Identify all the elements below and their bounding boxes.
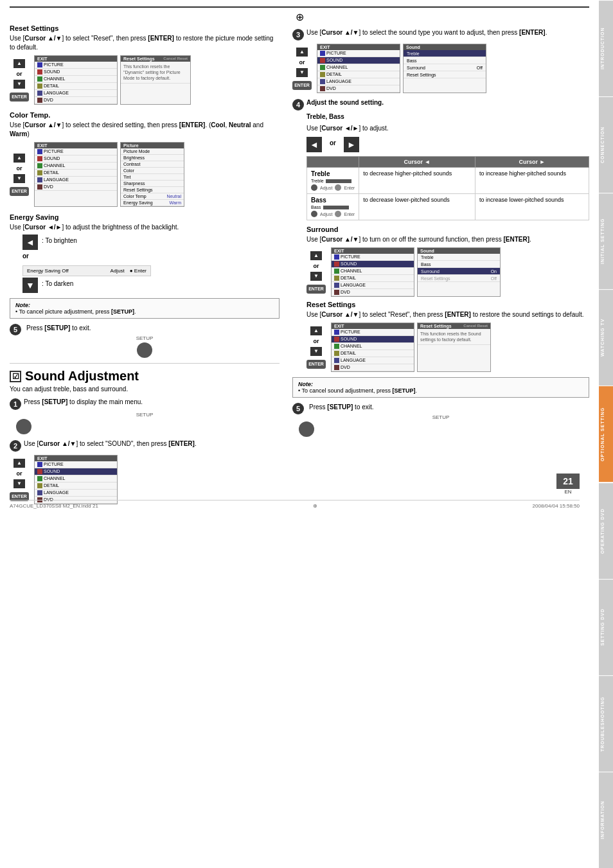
treble-mini-diagram: Treble (311, 179, 355, 183)
footer-left: A74GCUE_LD370SS8 M2_EN.indd 21 (10, 503, 98, 509)
right-step5-num: 5 (292, 403, 304, 414)
treble-bass-label: Treble, Bass (306, 112, 589, 121)
treble-left-cell: to decrease higher-pitched sounds (359, 168, 475, 194)
coltemp-right-menu: Picture Picture Mode Brightness Contrast… (120, 142, 184, 207)
r3-right-menu: Sound Treble Bass SurroundOff Reset Sett… (403, 44, 486, 93)
tab-watching-tv[interactable]: WATCHING TV (599, 289, 613, 385)
lr-arrows-diagram: ◄ or ► (306, 137, 589, 152)
tab-optional-setting[interactable]: OPTIONAL SETTING (599, 385, 613, 482)
reset-settings-title: Reset Settings (10, 24, 280, 32)
or-lr: or (330, 139, 336, 148)
reset-settings-right-diagram: ▲ or ▼ ENTER EXIT PICTURE SOUND CHANNEL … (306, 323, 589, 372)
footer-right: 2008/04/04 15:58:50 (533, 503, 580, 509)
setup-circle-r5 (299, 421, 314, 437)
tab-troubleshooting[interactable]: TROUBLESHOOTING (599, 675, 613, 772)
treble-enter-circle (335, 184, 341, 191)
bass-mini-diagram: Bass (311, 205, 355, 209)
main-content: ⊕ Reset Settings Use [Cursor ▲/▼] to sel… (0, 0, 599, 514)
treble-row: Treble Treble Adjust Enter (307, 168, 589, 194)
reset-settings-diagram: ▲ or ▼ ENTER EXIT PICTURE SOUND CHANNEL … (10, 55, 280, 105)
energy-bar-label: Energy Saving Off (27, 268, 69, 274)
enter-btn-r3: ENTER (292, 81, 312, 90)
color-temp-title: Color Temp. (10, 111, 280, 119)
side-tabs: INTRODUCTION CONNECTION INITIAL SETTING … (599, 0, 613, 868)
bass-row-header: Bass (311, 197, 355, 204)
bass-enter-circle (335, 211, 341, 217)
sound-step2-text: Use [Cursor ▲/▼] to select "SOUND", then… (24, 439, 197, 448)
or-es: or (22, 252, 29, 261)
checkbox-icon: ☑ (10, 371, 21, 382)
cursor-table: Cursor ◄ Cursor ► Treble Treble (306, 156, 589, 220)
note-box-left: Note: • To cancel picture adjustment, pr… (10, 298, 280, 319)
enter-btn-surr: ENTER (306, 285, 326, 294)
setup-label-r5: SETUP (292, 414, 589, 420)
up-arrow: ▲ (13, 59, 25, 68)
treble-bass-text: Use [Cursor ◄/►] to adjust. (306, 124, 589, 133)
right-step4: 4 Adjust the sound setting. (292, 98, 589, 111)
note-box-right: Note: • To cancel sound adjustment, pres… (292, 377, 589, 398)
tab-connection[interactable]: CONNECTION (599, 96, 613, 193)
bass-left-cell: to decrease lower-pitched sounds (359, 194, 475, 220)
adjust-label: Adjust (111, 268, 125, 274)
down-arrow: ▼ (13, 80, 25, 89)
top-disc-icon: ⊕ (10, 11, 589, 23)
tab-initial-setting[interactable]: INITIAL SETTING (599, 193, 613, 289)
treble-row-header: Treble (311, 170, 355, 177)
tab-introduction[interactable]: INTRODUCTION (599, 0, 613, 96)
down-arrow-r3: ▼ (296, 68, 308, 77)
bass-right-cell: to increase lower-pitched sounds (475, 194, 589, 220)
up-arrow-surr: ▲ (310, 251, 322, 260)
right-step3-num: 3 (292, 29, 304, 40)
step5-num: 5 (10, 324, 21, 335)
th-empty (307, 157, 359, 168)
enter-btn: ENTER (10, 93, 29, 102)
color-temp-body: Use [Cursor ▲/▼] to select the desired s… (10, 121, 280, 139)
right-step4-title: Adjust the sound setting. (306, 98, 384, 107)
note-text-left: • To cancel picture adjustment, press [S… (15, 308, 274, 315)
treble-adj-circle (311, 184, 317, 191)
energy-saving-title: Energy Saving (10, 213, 280, 221)
right-step3-diagram: ▲ or ▼ ENTER EXIT PICTURE SOUND CHANNEL … (292, 44, 589, 93)
setup-label-5: SETUP (10, 335, 280, 341)
left-column: Reset Settings Use [Cursor ▲/▼] to selec… (10, 24, 280, 508)
note-title-left: Note: (15, 302, 274, 308)
reset-settings-right-title: Reset Settings (306, 301, 589, 308)
enter-btn-ct: ENTER (10, 187, 29, 196)
tab-setting-dvd[interactable]: SETTING DVD (599, 579, 613, 675)
sound-adjustment-subtitle: You can adjust treble, bass and surround… (10, 385, 280, 394)
reset-settings-body: Use [Cursor ▲/▼] to select "Reset", then… (10, 34, 280, 52)
down-arrow-rsr: ▼ (310, 347, 322, 356)
surround-right-menu: Sound Treble Bass SurroundOn Reset Setti… (417, 247, 501, 297)
r3-left-menu: EXIT PICTURE SOUND CHANNEL DETAIL LANGUA… (317, 44, 400, 93)
bass-adj-circle (311, 211, 317, 217)
sound-step1-text: Press [SETUP] to display the main menu. (24, 398, 143, 407)
rsr-right-menu: Reset Settings Cancel Reset This functio… (417, 323, 491, 372)
surround-text: Use [Cursor ▲/▼] to turn on or off the s… (306, 235, 589, 244)
treble-adjust: Adjust (320, 186, 332, 190)
right-big-arrow: ► (344, 137, 359, 152)
page-number-box: 21 EN (556, 474, 580, 495)
sound-step1: 1 Press [SETUP] to display the main menu… (10, 398, 280, 410)
reset-settings-right-text: Use [Cursor ▲/▼] to select "Reset", then… (306, 310, 589, 319)
reset-right-menu: Reset Settings Cancel Reset This functio… (120, 55, 191, 105)
setup-circle-s1 (16, 419, 31, 434)
sound-step2-num: 2 (10, 440, 21, 452)
surround-left-menu: EXIT PICTURE SOUND CHANNEL DETAIL LANGUA… (331, 247, 414, 297)
up-arrow-r3: ▲ (296, 48, 308, 57)
bass-adjust: Adjust (320, 212, 332, 217)
right-step4-num: 4 (292, 99, 304, 111)
up-arrow-rsr: ▲ (310, 326, 322, 335)
step5-text: Press [SETUP] to exit. (26, 324, 91, 333)
th-cursor-left: Cursor ◄ (359, 157, 475, 168)
tab-information[interactable]: INFORMATION (599, 772, 613, 868)
energy-saving-diagram: ◄ : To brighten or Energy Saving Off Adj… (22, 235, 280, 293)
th-cursor-right: Cursor ► (475, 157, 589, 168)
footer: A74GCUE_LD370SS8 M2_EN.indd 21 ⊕ 2008/04… (10, 500, 580, 509)
bass-enter: Enter (344, 212, 355, 217)
sound-step2: 2 Use [Cursor ▲/▼] to select "SOUND", th… (10, 439, 280, 452)
enter-label: ● Enter (130, 268, 147, 274)
step5-left: 5 Press [SETUP] to exit. SETUP (10, 324, 280, 358)
enter-btn-rsr: ENTER (306, 360, 326, 369)
right-step3: 3 Use [Cursor ▲/▼] to select the sound t… (292, 28, 589, 40)
tab-operating-dvd[interactable]: OPERATING DVD (599, 483, 613, 579)
